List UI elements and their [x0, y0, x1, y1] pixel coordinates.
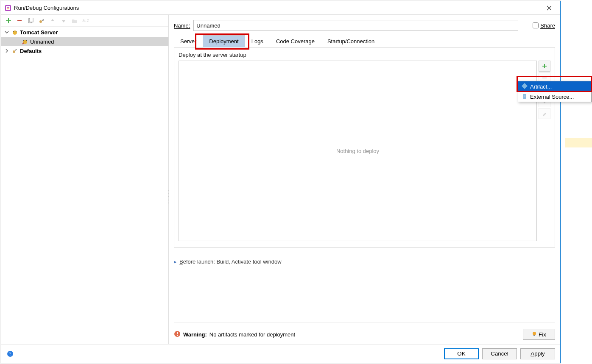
- warning-icon: [174, 331, 181, 339]
- warning-text: No artifacts marked for deployment: [209, 331, 295, 338]
- svg-rect-14: [533, 335, 535, 336]
- warning-row: Warning: No artifacts marked for deploym…: [174, 322, 555, 344]
- cancel-button[interactable]: Cancel: [482, 348, 517, 359]
- svg-text:?: ?: [9, 351, 11, 356]
- window-title: Run/Debug Configurations: [14, 5, 541, 11]
- copy-config-button[interactable]: [26, 16, 35, 25]
- share-label: Share: [540, 22, 555, 29]
- svg-rect-18: [523, 94, 526, 99]
- svg-rect-19: [524, 95, 525, 95]
- svg-point-9: [13, 50, 15, 53]
- deploy-add-button[interactable]: [539, 61, 550, 72]
- left-panel: a↓z Tomcat Server Unnamed Defaults: [1, 15, 169, 344]
- close-button[interactable]: [541, 1, 558, 15]
- tree-label: Defaults: [20, 48, 42, 54]
- share-checkbox[interactable]: Share: [533, 22, 555, 29]
- svg-rect-2: [7, 7, 9, 8]
- tree-label: Unnamed: [30, 39, 54, 45]
- tomcat-icon: [11, 29, 18, 36]
- folder-button: [70, 16, 79, 25]
- popup-item-external[interactable]: External Source...: [518, 92, 591, 102]
- name-input[interactable]: [193, 20, 518, 31]
- deployment-panel: Deploy at the server startup Nothing to …: [174, 47, 555, 247]
- tab-code-coverage[interactable]: Code Coverage: [270, 35, 321, 47]
- move-down-button: [59, 16, 68, 25]
- svg-point-13: [533, 332, 536, 335]
- help-button[interactable]: ?: [6, 350, 14, 358]
- name-label: Name:: [174, 22, 190, 29]
- editor-highlight-strip: [565, 138, 592, 147]
- chevron-right-icon: ▸: [174, 258, 177, 265]
- tree-defaults[interactable]: Defaults: [1, 46, 168, 56]
- tab-startup-connection[interactable]: Startup/Connection: [321, 35, 381, 47]
- apply-button[interactable]: Apply: [520, 348, 555, 359]
- svg-rect-21: [524, 97, 525, 97]
- chevron-right-icon: [4, 49, 10, 53]
- edit-defaults-button[interactable]: [37, 16, 46, 25]
- external-icon: [522, 93, 528, 100]
- svg-rect-17: [522, 83, 528, 89]
- tab-deployment[interactable]: Deployment: [203, 35, 245, 47]
- svg-point-6: [39, 20, 42, 23]
- dialog-footer: ? OK Cancel Apply: [1, 344, 560, 363]
- tree-unnamed[interactable]: Unnamed: [1, 37, 168, 46]
- run-debug-dialog: Run/Debug Configurations a↓z Tomcat S: [1, 1, 561, 363]
- tomcat-local-icon: [22, 38, 28, 45]
- config-tree[interactable]: Tomcat Server Unnamed Defaults: [1, 27, 168, 344]
- remove-config-button[interactable]: [15, 16, 24, 25]
- deploy-section-label: Deploy at the server startup: [179, 52, 550, 58]
- svg-rect-5: [30, 18, 33, 22]
- config-toolbar: a↓z: [1, 15, 168, 27]
- right-panel: Name: Share Server Deployment Logs Code …: [169, 15, 560, 344]
- app-icon: [5, 5, 11, 11]
- popup-label: Artifact...: [530, 83, 552, 90]
- svg-rect-12: [177, 335, 178, 336]
- popup-item-artifact[interactable]: Artifact...: [518, 81, 591, 92]
- add-config-button[interactable]: [4, 16, 13, 25]
- warning-label: Warning:: [183, 331, 207, 338]
- tab-logs[interactable]: Logs: [245, 35, 270, 47]
- svg-rect-3: [7, 8, 9, 9]
- before-launch-label: Before launch: Build, Activate tool wind…: [179, 258, 282, 265]
- add-deployment-popup: Artifact... External Source...: [518, 81, 592, 102]
- share-checkbox-input[interactable]: [533, 22, 539, 28]
- deploy-placeholder: Nothing to deploy: [336, 148, 379, 154]
- fix-label: Fix: [539, 331, 546, 338]
- popup-label: External Source...: [530, 94, 574, 100]
- tab-server[interactable]: Server: [174, 35, 203, 47]
- before-launch-row[interactable]: ▸ Before launch: Build, Activate tool wi…: [174, 258, 555, 265]
- sort-button: a↓z: [81, 16, 90, 25]
- artifact-icon: [522, 83, 528, 90]
- tree-tomcat-server[interactable]: Tomcat Server: [1, 28, 168, 37]
- titlebar: Run/Debug Configurations: [1, 1, 560, 15]
- svg-rect-11: [177, 332, 178, 334]
- move-up-button: [48, 16, 57, 25]
- tree-label: Tomcat Server: [20, 29, 58, 36]
- wrench-icon: [11, 47, 18, 54]
- fix-button[interactable]: Fix: [523, 329, 555, 340]
- svg-rect-20: [524, 96, 525, 96]
- deploy-list[interactable]: Nothing to deploy: [179, 61, 537, 241]
- deploy-edit-button: [539, 108, 550, 119]
- bulb-icon: [532, 331, 537, 338]
- ok-button[interactable]: OK: [444, 348, 479, 359]
- svg-rect-1: [6, 6, 10, 10]
- chevron-down-icon: [4, 30, 10, 34]
- tabs: Server Deployment Logs Code Coverage Sta…: [174, 35, 555, 47]
